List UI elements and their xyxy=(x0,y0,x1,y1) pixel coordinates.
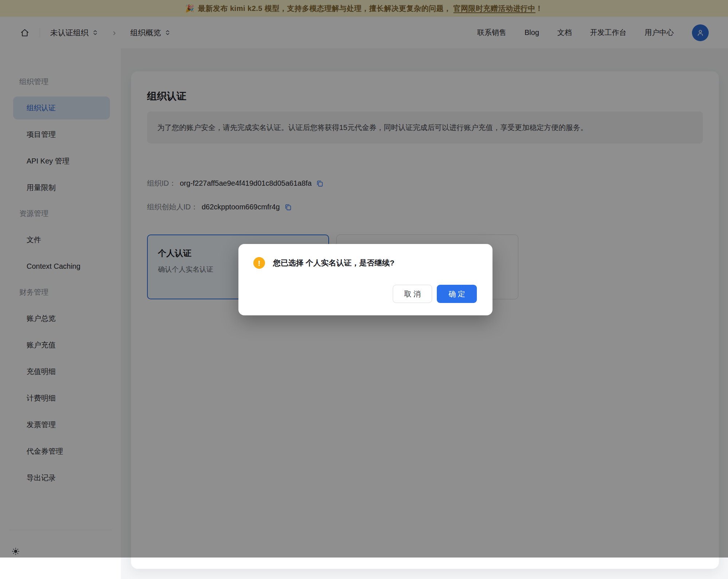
confirm-dialog: ! 您已选择 个人实名认证，是否继续? 取 消 确 定 xyxy=(238,244,492,315)
warning-icon: ! xyxy=(253,257,265,269)
confirm-button[interactable]: 确 定 xyxy=(437,285,477,303)
confirm-dialog-buttons: 取 消 确 定 xyxy=(393,285,477,303)
cancel-button[interactable]: 取 消 xyxy=(393,285,432,303)
confirm-dialog-message: 您已选择 个人实名认证，是否继续? xyxy=(273,258,395,268)
confirm-dialog-body: ! 您已选择 个人实名认证，是否继续? xyxy=(238,244,492,269)
